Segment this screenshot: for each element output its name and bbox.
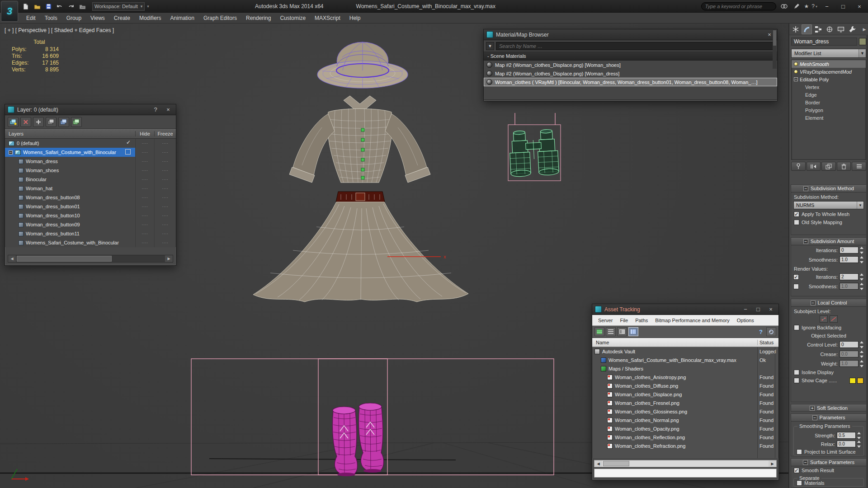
edge-subobject-icon[interactable] <box>830 315 838 323</box>
layer-name-cell[interactable]: − 0 (default) ✓ <box>5 139 135 148</box>
motion-tab-icon[interactable] <box>824 24 835 34</box>
utilities-tab-icon[interactable] <box>847 24 857 34</box>
close-icon[interactable]: × <box>163 106 173 113</box>
menu-item[interactable]: File <box>617 318 631 323</box>
layer-name-cell[interactable]: − Woman_dress_button08 ✓ <box>5 193 135 202</box>
smoothness-field[interactable]: 1.0 <box>840 256 859 263</box>
open-file-button[interactable] <box>32 2 42 11</box>
modifier-enabled-bulb-icon[interactable] <box>794 62 798 66</box>
apply-whole-mesh-checkbox[interactable]: Apply To Whole Mesh <box>791 210 866 218</box>
layer-name-cell[interactable]: − Womens_Safari_Costume_with_Binocular ✓ <box>5 148 135 157</box>
menu-item[interactable]: Help <box>345 13 365 23</box>
asset-row[interactable]: Autodesk Vault Logged <box>592 347 778 356</box>
workspace-extra-chevron-icon[interactable]: ▾ <box>147 4 149 9</box>
expand-toggle-icon[interactable]: − <box>9 150 13 155</box>
app-menu-button[interactable]: 3 <box>1 1 18 22</box>
material-row[interactable]: Map #2 (Woman_clothes_Displace.png) [Wom… <box>484 69 777 78</box>
menu-item[interactable]: Paths <box>632 318 651 323</box>
render-iterations-checkbox[interactable] <box>793 274 799 280</box>
layer-name-cell[interactable]: − Woman_dress_button01 ✓ <box>5 202 135 211</box>
freeze-cell[interactable]: ∙∙∙∙ <box>154 184 176 193</box>
crease-field[interactable]: 0.0 <box>840 351 859 357</box>
scene-materials-section-header[interactable]: - Scene Materials <box>484 52 777 61</box>
save-file-button[interactable] <box>43 2 53 11</box>
project-folder-button[interactable] <box>77 2 87 11</box>
hide-cell[interactable]: ∙∙∙∙ <box>135 157 154 166</box>
asset-row[interactable]: Woman_clothes_Reflection.png Found <box>592 433 778 441</box>
freeze-cell[interactable]: ∙∙∙∙ <box>154 211 176 220</box>
layer-window-titlebar[interactable]: Layer: 0 (default) ? × <box>5 104 176 115</box>
smooth-result-checkbox[interactable]: Smooth Result <box>791 466 866 474</box>
binoculars-model[interactable] <box>509 129 559 177</box>
expand-icon[interactable]: + <box>810 406 815 411</box>
checkbox-box[interactable] <box>794 378 799 383</box>
help-menu-button[interactable]: ?▾ <box>811 3 817 9</box>
asset-row[interactable]: Woman_clothes_Anisotropy.png Found <box>592 373 778 381</box>
asset-row[interactable]: Maps / Shaders <box>592 364 778 373</box>
table-view-button[interactable] <box>628 327 638 336</box>
close-icon[interactable]: × <box>766 306 776 313</box>
checkbox-box[interactable] <box>797 480 802 486</box>
hide-cell[interactable]: ∙∙∙∙ <box>135 175 154 184</box>
hierarchy-tab-icon[interactable] <box>813 24 823 34</box>
asset-tracking-titlebar[interactable]: Asset Tracking − □ × <box>592 304 778 315</box>
boots-model[interactable] <box>332 403 383 476</box>
object-name-field[interactable]: Woman_dress <box>791 38 857 46</box>
delete-layer-button[interactable] <box>20 117 31 127</box>
display-tab-icon[interactable] <box>835 24 846 34</box>
layer-name-cell[interactable]: − Woman_hat ✓ <box>5 184 135 193</box>
expand-toggle-icon[interactable]: − <box>794 77 798 81</box>
show-cage-checkbox[interactable]: Show Cage ...... <box>791 376 866 385</box>
collapse-icon[interactable]: − <box>803 239 808 244</box>
create-tab-icon[interactable] <box>790 24 801 34</box>
menu-item[interactable]: Views <box>86 13 109 23</box>
scroll-right-icon[interactable]: ▶ <box>769 460 776 467</box>
help-search-input[interactable] <box>701 2 776 10</box>
checkbox-box[interactable] <box>794 468 799 473</box>
crease-spinner[interactable] <box>859 351 864 358</box>
menu-item[interactable]: Customize <box>275 13 310 23</box>
layer-row[interactable]: − Woman_hat ✓ ∙∙∙∙ ∙∙∙∙ <box>5 184 176 193</box>
close-button[interactable]: × <box>853 2 866 11</box>
show-end-result-button[interactable] <box>807 162 821 171</box>
modifier-stack-row[interactable]: − Editable Poly <box>792 75 866 83</box>
asset-row[interactable]: Womens_Safari_Costume_with_Binocular_max… <box>592 356 778 364</box>
new-scene-button[interactable] <box>21 2 31 11</box>
layer-name-cell[interactable]: − Woman_shoes ✓ <box>5 166 135 175</box>
make-unique-button[interactable] <box>821 162 836 171</box>
checkbox-box[interactable] <box>797 449 802 455</box>
layer-row[interactable]: − Womens_Safari_Costume_with_Binocular ✓… <box>5 238 176 247</box>
layer-name-cell[interactable]: − Woman_dress_button10 ✓ <box>5 211 135 220</box>
redo-button[interactable] <box>66 2 76 11</box>
material-browser-titlebar[interactable]: Material/Map Browser × <box>484 29 777 40</box>
hide-cell[interactable]: ∙∙∙∙ <box>135 184 154 193</box>
layer-name-cell[interactable]: − Woman_dress_button11 ✓ <box>5 229 135 238</box>
old-style-mapping-checkbox[interactable]: Old Style Mapping <box>791 218 866 226</box>
freeze-cell[interactable]: ∙∙∙∙ <box>154 229 176 238</box>
menu-item[interactable]: Animation <box>166 13 199 23</box>
modifier-stack-row[interactable]: − Polygon <box>792 106 866 114</box>
smoothness-spinner[interactable] <box>859 256 864 263</box>
hide-cell[interactable]: ∙∙∙∙ <box>135 166 154 175</box>
menu-item[interactable]: Server <box>595 318 616 323</box>
menu-item[interactable]: Options <box>734 318 757 323</box>
relax-field[interactable]: 0.0 <box>837 441 856 447</box>
strength-spinner[interactable] <box>856 432 861 439</box>
perspective-viewport[interactable]: x <box>0 23 789 488</box>
menu-item[interactable]: Tools <box>40 13 62 23</box>
viewport-label[interactable]: [ + ] [ Perspective ] [ Shaded + Edged F… <box>5 27 114 33</box>
menu-item[interactable]: MAXScript <box>310 13 345 23</box>
list-view-button[interactable] <box>606 327 616 336</box>
modifier-enabled-bulb-icon[interactable] <box>794 70 798 74</box>
material-row[interactable]: Woman_clothes ( VRayMtl ) [Binocular, Wo… <box>484 78 777 86</box>
freeze-cell[interactable]: ∙∙∙∙ <box>154 175 176 184</box>
panel-overflow-icon[interactable]: ▶ <box>861 27 868 32</box>
layer-name-cell[interactable]: − Binocular ✓ <box>5 175 135 184</box>
workspace-dropdown[interactable]: Workspace: Default ▾ <box>92 2 145 11</box>
refresh-button[interactable] <box>766 327 776 336</box>
layer-row[interactable]: − Binocular ✓ ∙∙∙∙ ∙∙∙∙ <box>5 175 176 184</box>
freeze-cell[interactable]: ∙∙∙∙ <box>154 220 176 229</box>
menu-item[interactable]: Group <box>62 13 86 23</box>
asset-status-field[interactable] <box>594 469 777 478</box>
render-smoothness-field[interactable]: 1.0 <box>840 283 859 290</box>
